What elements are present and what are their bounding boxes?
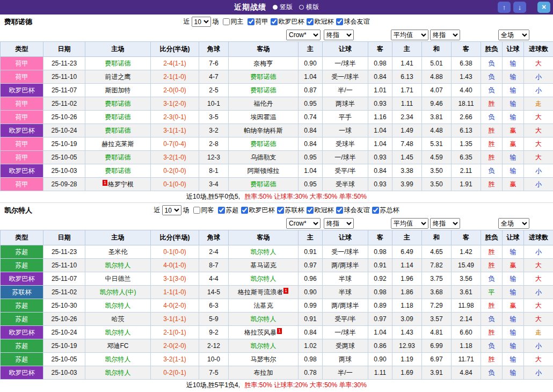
final-odds-select-2[interactable]: 终指 (430, 30, 460, 40)
match-scope-select[interactable]: 全场 (498, 218, 529, 229)
cell-result: 胜 (481, 97, 503, 111)
cell-handicap-result: 输 (503, 339, 524, 353)
cell-handicap-away-odds: 1.04 (368, 326, 392, 339)
league-filter-checkbox[interactable]: 欧冠杯 (304, 17, 334, 26)
column-header: 和 (422, 230, 452, 245)
cell-result: 负 (481, 366, 503, 380)
cell-handicap-result: 赢 (503, 299, 524, 313)
league-checkbox-input[interactable] (248, 18, 254, 25)
cell-result: 胜 (481, 299, 503, 313)
panel-title: 近期战绩 (234, 3, 266, 12)
league-filter-checkbox[interactable]: 荷甲 (245, 17, 268, 26)
cell-result: 负 (481, 70, 503, 84)
column-header: 进球数 (524, 42, 553, 57)
match-row: 欧罗巴杯25-10-03凯尔特人0-2(0-1)7-5布拉加0.78半/一1.1… (1, 366, 553, 380)
cell-result: 平 (481, 286, 503, 299)
cell-handicap-home-odds: 0.95 (299, 97, 323, 111)
league-checkbox-input[interactable] (307, 18, 314, 25)
cell-score: 3-1(2-0) (151, 97, 199, 111)
bookmaker-select[interactable]: Crow* (286, 218, 321, 229)
match-row: 欧罗巴杯25-10-03费耶诺德0-2(0-0)8-1阿斯顿维拉1.04受平/半… (1, 164, 553, 178)
cell-handicap: 受半球 (323, 178, 368, 191)
league-filter-checkbox[interactable]: 欧罗巴杯 (239, 206, 275, 215)
final-odds-select[interactable]: 终指 (324, 30, 354, 40)
red-card-badge: 1 (277, 328, 282, 334)
column-header: 角球 (199, 42, 229, 57)
cell-home-team: 前进之鹰 (85, 70, 151, 84)
cell-euro-home-odds: 1.71 (392, 84, 422, 97)
cell-home-team: 费耶诺德 (85, 164, 151, 178)
league-checkbox-input[interactable] (271, 18, 278, 25)
cell-score: 0-1(0-0) (151, 178, 199, 191)
layout-radio-horizontal[interactable]: 横版 (299, 3, 319, 12)
average-odds-select[interactable]: 平均值 (391, 218, 428, 229)
cell-handicap-away-odds: 0.98 (368, 286, 392, 299)
cell-corner: 10-1 (199, 97, 229, 111)
final-odds-select-2[interactable]: 终指 (430, 218, 460, 229)
cell-handicap: 受平/半 (323, 164, 368, 178)
close-icon: × (542, 3, 546, 11)
cell-euro-draw-odds: 4.81 (422, 326, 452, 339)
cell-euro-away-odds: 2.11 (452, 164, 481, 178)
bookmaker-select[interactable]: Crow* (286, 30, 321, 40)
same-venue-checkbox[interactable]: 同客 (191, 206, 214, 215)
cell-date: 25-10-05 (43, 353, 85, 366)
cell-handicap-result: 输 (503, 353, 524, 366)
league-checkbox-input[interactable] (336, 18, 343, 25)
league-checkbox-input[interactable] (241, 207, 248, 214)
column-header: 和 (422, 42, 452, 57)
red-card-badge: 1 (283, 288, 288, 294)
same-venue-label: 同客 (201, 206, 214, 215)
cell-euro-draw-odds: 9.46 (422, 97, 452, 111)
same-venue-checkbox[interactable]: 同主 (221, 17, 244, 26)
cell-home-team: 斯图加特 (85, 84, 151, 97)
league-filter-checkbox[interactable]: 欧冠杯 (304, 206, 334, 215)
cell-corner: 2-5 (199, 84, 229, 97)
league-filter-checkbox[interactable]: 苏联杯 (275, 206, 304, 215)
league-checkbox-input[interactable] (218, 207, 225, 214)
scroll-up-button[interactable]: ↑ (498, 2, 511, 13)
league-filter-checkbox[interactable]: 欧罗巴杯 (268, 17, 304, 26)
scroll-down-button[interactable]: ↓ (513, 2, 526, 13)
match-row: 荷甲25-10-19赫拉克莱斯0-7(0-4)2-8费耶诺德0.84受球半1.0… (1, 137, 553, 151)
cell-euro-home-odds: 1.86 (392, 286, 422, 299)
same-venue-checkbox-input[interactable] (223, 18, 230, 25)
match-count-select[interactable]: 10 (162, 205, 181, 215)
league-filter-checkbox[interactable]: 球会友谊 (334, 206, 370, 215)
arrow-up-icon: ↑ (503, 3, 506, 11)
team-name: 凯尔特人 (4, 206, 32, 215)
same-venue-checkbox-input[interactable] (193, 207, 200, 214)
cell-corner: 2-8 (199, 137, 229, 151)
league-filter-checkbox[interactable]: 苏总杯 (370, 206, 399, 215)
cell-date: 25-10-05 (43, 151, 85, 164)
league-filter-checkbox[interactable]: 球会友谊 (334, 17, 370, 26)
cell-euro-draw-odds: 6.97 (422, 353, 452, 366)
cell-date: 25-10-24 (43, 326, 85, 339)
final-odds-select[interactable]: 终指 (324, 218, 354, 229)
column-header: 让球 (503, 230, 524, 245)
cell-away-team: 奈梅亨 (229, 57, 299, 70)
league-filter-checkbox[interactable]: 苏超 (216, 206, 239, 215)
league-checkbox-input[interactable] (277, 207, 284, 214)
league-checkbox-input[interactable] (307, 207, 314, 214)
close-button[interactable]: × (537, 2, 550, 13)
cell-league: 欧罗巴杯 (1, 164, 43, 178)
cell-date: 25-10-03 (43, 366, 85, 380)
cell-score: 3-1(1-1) (151, 313, 199, 326)
cell-date: 25-10-30 (43, 299, 85, 313)
layout-radio-vertical[interactable]: 竖版 (273, 3, 293, 12)
cell-handicap: 半球 (323, 272, 368, 286)
cell-home-team: 费耶诺德 (85, 57, 151, 70)
average-odds-select[interactable]: 平均值 (391, 30, 428, 40)
cell-handicap: 一球 (323, 124, 368, 137)
match-count-select[interactable]: 10 (192, 17, 211, 27)
cell-home-team: 1格罗宁根 (85, 178, 151, 191)
cell-away-team: 法基克 (229, 299, 299, 313)
cell-home-team: 圣米伦 (85, 245, 151, 259)
column-header: 类型 (1, 230, 43, 245)
cell-euro-away-odds: 2.14 (452, 313, 481, 326)
league-checkbox-input[interactable] (336, 207, 343, 214)
cell-handicap-home-odds: 0.97 (299, 259, 323, 272)
league-checkbox-input[interactable] (372, 207, 379, 214)
match-scope-select[interactable]: 全场 (498, 30, 529, 40)
